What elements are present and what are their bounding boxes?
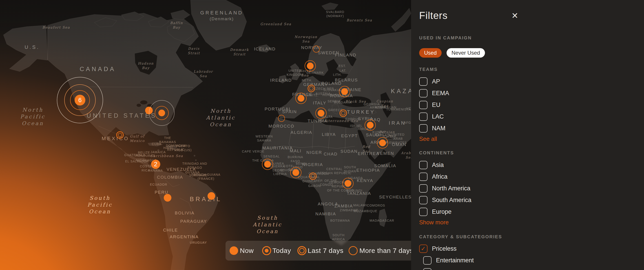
map-legend: NowTodayLast 7 daysMore than 7 days ago: [226, 241, 428, 260]
checkbox-row-europe[interactable]: Europe: [419, 206, 452, 218]
map-marker-germany[interactable]: [308, 85, 315, 92]
legend-item-last-7-days: [298, 241, 306, 260]
checkbox-row-priceless[interactable]: Priceless: [419, 243, 457, 254]
checkbox[interactable]: [419, 112, 428, 121]
teams-list: APEEMAEULACNAM: [419, 76, 644, 136]
map-markers-layer: 62: [0, 0, 411, 270]
section-teams-label: TEAMS: [419, 67, 438, 72]
continents-list: AsiaAfricaNorth AmericaSouth AmericaEuro…: [419, 159, 644, 219]
checkbox[interactable]: [419, 184, 428, 193]
legend-item-more-than-7-days-ago: [348, 241, 358, 260]
checkbox[interactable]: [419, 196, 428, 204]
checkbox[interactable]: [419, 124, 428, 132]
checkbox-label: AP: [432, 78, 440, 85]
map-marker-denmark[interactable]: [307, 63, 314, 69]
map-marker-central-america-cluster[interactable]: 2: [151, 160, 160, 169]
checkbox-label: North America: [432, 185, 470, 192]
checkbox-row-eu[interactable]: EU: [419, 99, 440, 111]
checkbox-label: Priceless: [432, 245, 457, 252]
checkbox-row-asia[interactable]: Asia: [419, 159, 444, 171]
map-marker-us-west-cluster[interactable]: 6: [74, 95, 85, 105]
map-marker-france[interactable]: [298, 95, 304, 102]
legend-item-today: [262, 241, 271, 260]
categories-list: PricelessEntertainment: [419, 243, 644, 270]
legend-item-now: [230, 241, 238, 260]
checkbox-label: Asia: [432, 162, 444, 169]
section-continents-label: CONTINENTS: [419, 150, 454, 156]
section-used-in-campaign-label: USED IN CAMPAIGN: [419, 35, 472, 41]
checkbox-row-lac[interactable]: LAC: [419, 111, 444, 122]
map-marker-saudi-arabia[interactable]: [379, 140, 386, 146]
panel-title: Filters: [419, 10, 448, 21]
checkbox[interactable]: [419, 77, 428, 86]
checkbox[interactable]: [419, 161, 428, 169]
map-marker-sicily-malta[interactable]: [318, 110, 324, 116]
map-marker-guinea[interactable]: [264, 161, 271, 168]
solid-legend-icon: [230, 246, 238, 255]
checkbox-label: EEMA: [432, 90, 449, 97]
checkbox-row-ap[interactable]: AP: [419, 76, 440, 87]
ringdot-legend-icon: [262, 246, 271, 255]
checkbox[interactable]: [419, 173, 428, 181]
checkbox-label: EU: [432, 101, 440, 108]
map-marker-cameroon[interactable]: [309, 173, 317, 180]
checkbox[interactable]: [423, 268, 432, 270]
checkbox-label: South America: [432, 197, 472, 204]
chip-never-used[interactable]: Never Used: [446, 48, 485, 58]
map-marker-ghana[interactable]: [292, 169, 299, 176]
app-root: U.S.CANADAUNITED STATESMEXICOBRAZILKAZAK…: [0, 0, 644, 270]
map-marker-us-east[interactable]: [158, 109, 165, 116]
filters-panel: Filters ✕ USED IN CAMPAIGN UsedNever Use…: [411, 0, 644, 270]
map-marker-brazil[interactable]: [208, 192, 215, 200]
checkbox-row-eema[interactable]: EEMA: [419, 87, 449, 99]
legend-label: Today: [272, 241, 291, 260]
chip-used[interactable]: Used: [419, 48, 442, 58]
legend-label: Now: [240, 241, 254, 260]
map-marker-ukraine[interactable]: [341, 88, 348, 95]
ring-legend-icon: [348, 246, 358, 255]
checkbox-row-entertainment[interactable]: Entertainment: [423, 255, 474, 266]
checkbox-row-partial[interactable]: [423, 266, 436, 270]
legend-label: Last 7 days: [308, 241, 344, 260]
checkbox-row-nam[interactable]: NAM: [419, 122, 446, 134]
checkbox-row-north-america[interactable]: North America: [419, 183, 470, 194]
map-marker-peru[interactable]: [164, 194, 172, 202]
checkbox[interactable]: [419, 208, 428, 216]
teams-see-all-link[interactable]: See all: [419, 136, 437, 143]
marker-count: 2: [154, 161, 157, 168]
checkbox-label: Entertainment: [436, 257, 474, 264]
continents-show-more-link[interactable]: Show more: [419, 219, 449, 226]
map-marker-iraq[interactable]: [367, 122, 374, 128]
marker-count: 6: [78, 97, 82, 104]
map-marker-mexico[interactable]: [116, 131, 124, 139]
checkbox-row-africa[interactable]: Africa: [419, 171, 448, 183]
checkbox-checked-icon[interactable]: [419, 244, 428, 253]
double-legend-icon: [298, 246, 306, 255]
checkbox[interactable]: [423, 256, 432, 264]
used-in-campaign-chips: UsedNever Used: [419, 48, 485, 58]
checkbox-row-south-america[interactable]: South America: [419, 194, 472, 206]
checkbox[interactable]: [419, 101, 428, 109]
section-categories-label: CATEGORY & SUBCATEGORIES: [419, 234, 502, 239]
checkbox-label: Europe: [432, 208, 452, 215]
checkbox[interactable]: [419, 89, 428, 97]
map-marker-dr-congo[interactable]: [344, 180, 351, 187]
checkbox-label: NAM: [432, 125, 446, 132]
map-marker-greece[interactable]: [340, 109, 347, 117]
map-marker-norway[interactable]: [313, 46, 320, 53]
map-marker-morocco[interactable]: [278, 115, 285, 122]
close-icon[interactable]: ✕: [510, 10, 520, 21]
checkbox-label: Africa: [432, 173, 448, 180]
checkbox-label: LAC: [432, 113, 444, 120]
